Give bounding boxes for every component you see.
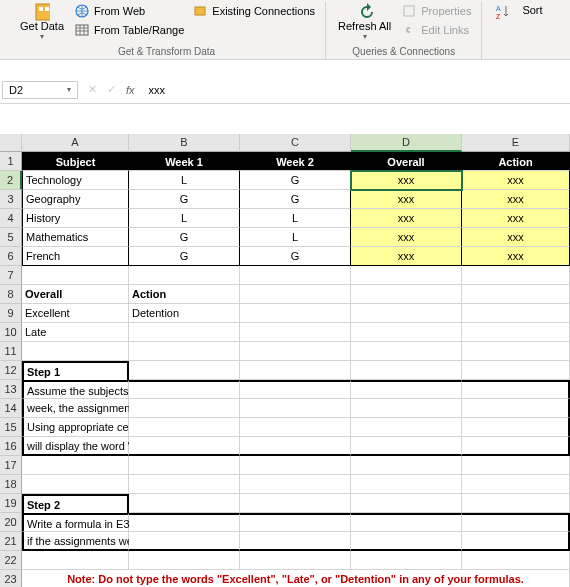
row-header[interactable]: 19: [0, 494, 22, 513]
cell[interactable]: [351, 475, 462, 494]
cell[interactable]: [351, 494, 462, 513]
cell[interactable]: Week 1: [129, 152, 240, 171]
cell[interactable]: [240, 532, 351, 551]
cell[interactable]: G: [129, 228, 240, 247]
cell[interactable]: [462, 285, 570, 304]
refresh-all-button[interactable]: Refresh All ▾: [334, 2, 395, 43]
row-header[interactable]: 17: [0, 456, 22, 475]
cell[interactable]: [462, 475, 570, 494]
col-header[interactable]: E: [462, 134, 570, 152]
cell[interactable]: [462, 399, 570, 418]
cell[interactable]: [462, 342, 570, 361]
cell[interactable]: [351, 437, 462, 456]
cell[interactable]: [129, 361, 240, 380]
cell[interactable]: Using appropriate cell references, write…: [22, 418, 129, 437]
row-header[interactable]: 7: [0, 266, 22, 285]
row-header[interactable]: 22: [0, 551, 22, 570]
col-header[interactable]: A: [22, 134, 129, 152]
cell[interactable]: [22, 456, 129, 475]
cell[interactable]: [22, 266, 129, 285]
cell[interactable]: [351, 361, 462, 380]
row-header[interactable]: 14: [0, 399, 22, 418]
cell[interactable]: Mathematics: [22, 228, 129, 247]
row-header[interactable]: 1: [0, 152, 22, 171]
cell[interactable]: [240, 513, 351, 532]
cell[interactable]: xxx: [462, 190, 570, 209]
cell[interactable]: [129, 551, 240, 570]
cell[interactable]: [462, 380, 570, 399]
cell[interactable]: Step 2: [22, 494, 129, 513]
cell[interactable]: [240, 304, 351, 323]
row-header[interactable]: 16: [0, 437, 22, 456]
cell[interactable]: [462, 532, 570, 551]
cell[interactable]: G: [129, 190, 240, 209]
cell[interactable]: [462, 361, 570, 380]
cell[interactable]: [22, 551, 129, 570]
cell[interactable]: [462, 551, 570, 570]
cell[interactable]: [240, 380, 351, 399]
row-header[interactable]: 2: [0, 171, 22, 190]
cell[interactable]: [129, 380, 240, 399]
cell[interactable]: [129, 266, 240, 285]
cell[interactable]: xxx: [462, 171, 570, 190]
from-table-button[interactable]: From Table/Range: [72, 21, 186, 39]
cell[interactable]: L: [240, 209, 351, 228]
cell[interactable]: G: [240, 190, 351, 209]
cell[interactable]: xxx: [462, 209, 570, 228]
cell[interactable]: Technology: [22, 171, 129, 190]
cell[interactable]: if the assignments were late in both wee…: [22, 532, 129, 551]
cell[interactable]: [240, 285, 351, 304]
cell[interactable]: [129, 475, 240, 494]
cell[interactable]: [129, 437, 240, 456]
cell[interactable]: [462, 418, 570, 437]
row-header[interactable]: 18: [0, 475, 22, 494]
cell[interactable]: [351, 342, 462, 361]
row-header[interactable]: 21: [0, 532, 22, 551]
from-web-button[interactable]: From Web: [72, 2, 186, 20]
cell[interactable]: [351, 532, 462, 551]
cell[interactable]: Week 2: [240, 152, 351, 171]
cell[interactable]: Step 1: [22, 361, 129, 380]
row-header[interactable]: 13: [0, 380, 22, 399]
cell[interactable]: [129, 513, 240, 532]
cell[interactable]: French: [22, 247, 129, 266]
get-data-button[interactable]: Get Data ▾: [16, 2, 68, 43]
col-header[interactable]: C: [240, 134, 351, 152]
cell[interactable]: G: [129, 247, 240, 266]
cell[interactable]: xxx: [462, 228, 570, 247]
cell[interactable]: [462, 494, 570, 513]
cell[interactable]: [351, 399, 462, 418]
cell[interactable]: [240, 551, 351, 570]
cell[interactable]: Subject: [22, 152, 129, 171]
cell-grid[interactable]: Subject Week 1 Week 2 Overall Action Tec…: [22, 152, 570, 587]
cell[interactable]: [129, 532, 240, 551]
row-header[interactable]: 11: [0, 342, 22, 361]
cell[interactable]: L: [240, 228, 351, 247]
cell[interactable]: Write a formula in E3 which can be copie…: [22, 513, 129, 532]
col-header[interactable]: B: [129, 134, 240, 152]
cell[interactable]: Excellent: [22, 304, 129, 323]
cell[interactable]: will display the word "Excellent" if the…: [22, 437, 129, 456]
row-header[interactable]: 8: [0, 285, 22, 304]
cell[interactable]: G: [240, 171, 351, 190]
cell[interactable]: [351, 418, 462, 437]
cell[interactable]: [240, 437, 351, 456]
cell[interactable]: [351, 380, 462, 399]
cell[interactable]: L: [129, 209, 240, 228]
cell[interactable]: [240, 494, 351, 513]
cell[interactable]: [462, 437, 570, 456]
cell[interactable]: Geography: [22, 190, 129, 209]
cell[interactable]: Detention: [129, 304, 240, 323]
cell[interactable]: [351, 266, 462, 285]
cell[interactable]: xxx: [351, 190, 462, 209]
cell[interactable]: xxx: [351, 228, 462, 247]
cell[interactable]: [129, 494, 240, 513]
formula-bar[interactable]: xxx: [141, 82, 570, 98]
cell[interactable]: [462, 304, 570, 323]
cell[interactable]: [462, 456, 570, 475]
col-header[interactable]: D: [351, 134, 462, 152]
existing-connections-button[interactable]: Existing Connections: [190, 2, 317, 20]
cell[interactable]: G: [240, 247, 351, 266]
cell[interactable]: [351, 456, 462, 475]
cell[interactable]: xxx: [351, 209, 462, 228]
